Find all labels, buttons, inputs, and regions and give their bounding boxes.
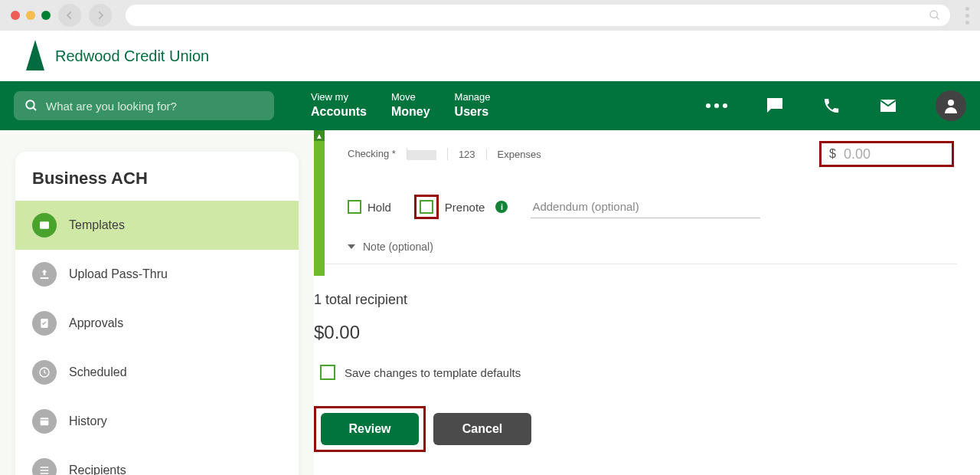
recipient-id: 123: [448, 149, 487, 160]
sidebar-item-templates[interactable]: Templates: [15, 201, 299, 250]
addendum-input[interactable]: [531, 195, 760, 218]
recipient-panel: Checking * 123 Expenses $ 0.00 Hold Pren…: [325, 130, 957, 264]
logo-row: Redwood Credit Union: [0, 31, 980, 81]
sidebar-item-label: Templates: [69, 218, 125, 232]
traffic-lights: [11, 11, 51, 20]
sidebar-item-scheduled[interactable]: Scheduled: [15, 348, 299, 397]
total-recipients: 1 total recipient: [314, 292, 957, 308]
templates-icon: [32, 213, 57, 238]
nav-items: View my Accounts Move Money Manage Users: [311, 91, 491, 120]
amount-value: 0.00: [844, 146, 871, 162]
hold-label: Hold: [368, 201, 391, 214]
maximize-window-icon[interactable]: [41, 11, 51, 20]
sidebar-item-label: History: [69, 414, 107, 428]
prenote-label: Prenote: [445, 201, 485, 214]
amount-input[interactable]: $ 0.00: [819, 141, 954, 167]
cancel-button[interactable]: Cancel: [433, 413, 531, 445]
browser-menu-icon[interactable]: [965, 7, 969, 25]
info-icon[interactable]: i: [495, 201, 508, 213]
svg-point-1: [26, 100, 34, 109]
review-highlight: Review: [314, 406, 426, 452]
calendar-icon: [32, 409, 57, 434]
scrollbar[interactable]: ▲: [314, 130, 325, 276]
sidebar-item-upload[interactable]: Upload Pass-Thru: [15, 250, 299, 299]
forward-button[interactable]: [89, 4, 112, 27]
masked-account: [407, 150, 436, 160]
addendum-field[interactable]: [531, 195, 760, 218]
brand-name: Redwood Credit Union: [55, 48, 209, 65]
note-toggle[interactable]: Note (optional): [348, 241, 957, 253]
upload-icon: [32, 262, 57, 287]
chevron-down-icon: [348, 244, 355, 249]
total-amount: $0.00: [314, 322, 957, 343]
sidebar-item-label: Scheduled: [69, 365, 127, 379]
more-icon[interactable]: [706, 103, 727, 108]
recipient-header-row: Checking * 123 Expenses $ 0.00: [348, 130, 957, 167]
sidebar-item-recipients[interactable]: Recipients: [15, 446, 299, 475]
back-button[interactable]: [58, 4, 81, 27]
chat-icon[interactable]: [766, 97, 784, 115]
prenote-checkbox[interactable]: Prenote i: [414, 195, 508, 219]
person-icon: [942, 97, 960, 115]
sidebar-item-label: Recipients: [69, 464, 126, 475]
nav-icons: [706, 90, 966, 121]
search-bar[interactable]: [14, 91, 274, 120]
sidebar-menu: Templates Upload Pass-Thru Approvals Sch…: [15, 201, 299, 475]
sidebar-item-label: Approvals: [69, 316, 123, 330]
content-area: ▲ Checking * 123 Expenses $ 0.00 Hold: [314, 130, 980, 475]
recipient-category: Expenses: [487, 149, 552, 160]
sidebar-item-approvals[interactable]: Approvals: [15, 299, 299, 348]
recipient-info: Checking * 123 Expenses: [348, 148, 552, 159]
checkbox-icon: [420, 200, 433, 214]
brand-logo[interactable]: Redwood Credit Union: [23, 40, 209, 72]
svg-point-0: [930, 11, 937, 18]
search-icon: [929, 9, 941, 21]
url-bar[interactable]: [126, 5, 950, 26]
save-changes-label: Save changes to template defaults: [345, 366, 521, 379]
search-input[interactable]: [46, 100, 191, 113]
recipient-options-row: Hold Prenote i: [348, 195, 957, 219]
mail-icon[interactable]: [879, 97, 897, 115]
list-icon: [32, 458, 57, 475]
sidebar-column: Business ACH Templates Upload Pass-Thru …: [0, 130, 314, 475]
clock-icon: [32, 360, 57, 385]
nav-money[interactable]: Move Money: [391, 91, 430, 120]
profile-button[interactable]: [936, 90, 966, 121]
sidebar-title: Business ACH: [15, 152, 299, 201]
dollar-icon: $: [829, 147, 836, 161]
tree-logo-icon: [23, 40, 47, 72]
main-area: Business ACH Templates Upload Pass-Thru …: [0, 130, 980, 475]
svg-rect-6: [41, 418, 49, 425]
close-window-icon[interactable]: [11, 11, 20, 20]
nav-users[interactable]: Manage Users: [455, 91, 491, 120]
checkbox-icon: [320, 365, 335, 380]
phone-icon[interactable]: [822, 97, 841, 115]
save-changes-checkbox[interactable]: Save changes to template defaults: [320, 365, 957, 380]
nav-accounts[interactable]: View my Accounts: [311, 91, 367, 120]
minimize-window-icon[interactable]: [26, 11, 35, 20]
action-buttons: Review Cancel: [314, 406, 957, 452]
note-label: Note (optional): [363, 241, 433, 253]
sidebar-card: Business ACH Templates Upload Pass-Thru …: [15, 152, 299, 475]
checkbox-icon: [348, 200, 361, 214]
review-button[interactable]: Review: [321, 413, 419, 445]
search-icon: [24, 99, 38, 113]
svg-point-2: [948, 100, 954, 106]
hold-checkbox[interactable]: Hold: [348, 200, 391, 214]
account-type: Checking *: [348, 148, 448, 159]
summary-section: 1 total recipient $0.00 Save changes to …: [314, 264, 957, 452]
sidebar-item-history[interactable]: History: [15, 397, 299, 446]
primary-nav: View my Accounts Move Money Manage Users: [0, 81, 980, 130]
browser-chrome: [0, 0, 980, 31]
scroll-up-icon[interactable]: ▲: [314, 130, 325, 141]
sidebar-item-label: Upload Pass-Thru: [69, 267, 168, 281]
clipboard-check-icon: [32, 311, 57, 336]
prenote-highlight: [414, 195, 439, 219]
svg-rect-3: [40, 221, 49, 228]
